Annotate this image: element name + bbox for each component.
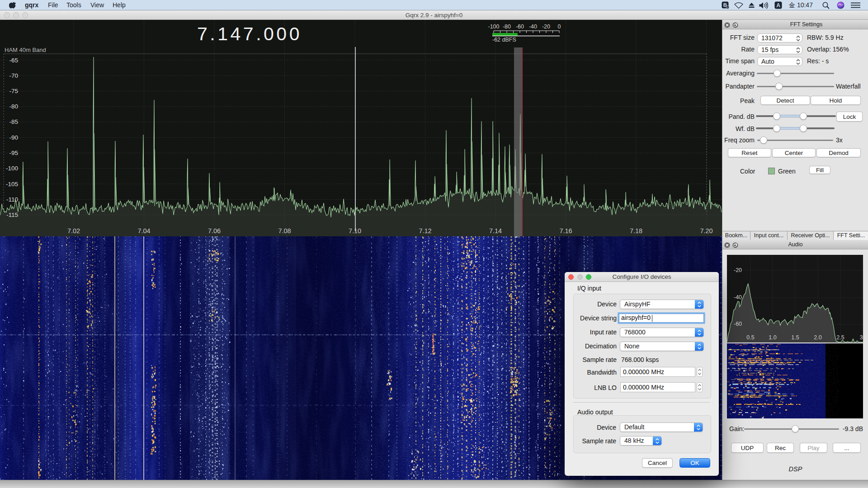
svg-text:7.14: 7.14 (489, 227, 502, 235)
svg-text:7.08: 7.08 (278, 227, 291, 235)
svg-text:7.18: 7.18 (630, 227, 642, 235)
svg-text:-110: -110 (6, 196, 18, 203)
svg-text:-70: -70 (9, 72, 18, 79)
svg-text:-40: -40 (734, 294, 742, 300)
svg-text:0.5: 0.5 (746, 334, 754, 341)
svg-text:-95: -95 (9, 150, 18, 156)
svg-text:7.10: 7.10 (349, 227, 361, 235)
svg-text:-85: -85 (9, 118, 18, 125)
svg-text:7.16: 7.16 (559, 227, 572, 235)
svg-text:-20: -20 (734, 267, 742, 273)
svg-text:7.02: 7.02 (67, 227, 80, 235)
svg-text:-100: -100 (488, 23, 499, 30)
svg-text:-60: -60 (516, 23, 524, 30)
svg-text:7.12: 7.12 (419, 227, 431, 235)
svg-text:-75: -75 (9, 88, 18, 94)
svg-text:0: 0 (558, 23, 561, 30)
svg-text:-80: -80 (9, 103, 18, 110)
svg-text:-20: -20 (542, 23, 550, 30)
svg-text:-40: -40 (529, 23, 537, 30)
svg-text:2.5: 2.5 (836, 334, 844, 341)
svg-text:-115: -115 (6, 211, 18, 218)
svg-text:7.20: 7.20 (700, 227, 712, 235)
svg-text:7.06: 7.06 (208, 227, 221, 235)
svg-text:1.5: 1.5 (791, 334, 799, 341)
svg-text:-65: -65 (9, 57, 18, 64)
svg-text:3.: 3. (860, 334, 863, 341)
svg-text:-100: -100 (6, 165, 18, 172)
svg-text:-80: -80 (503, 23, 511, 30)
svg-text:-90: -90 (9, 134, 18, 141)
svg-text:A: A (776, 2, 780, 9)
svg-text:7.04: 7.04 (137, 227, 150, 235)
svg-text:-62 dBFS: -62 dBFS (492, 37, 516, 43)
svg-text:HAM 40m Band: HAM 40m Band (5, 47, 46, 53)
svg-text:2.0: 2.0 (814, 334, 821, 341)
svg-text:-60: -60 (734, 321, 742, 327)
svg-text:-105: -105 (6, 181, 18, 188)
svg-text:1.0: 1.0 (769, 334, 776, 341)
